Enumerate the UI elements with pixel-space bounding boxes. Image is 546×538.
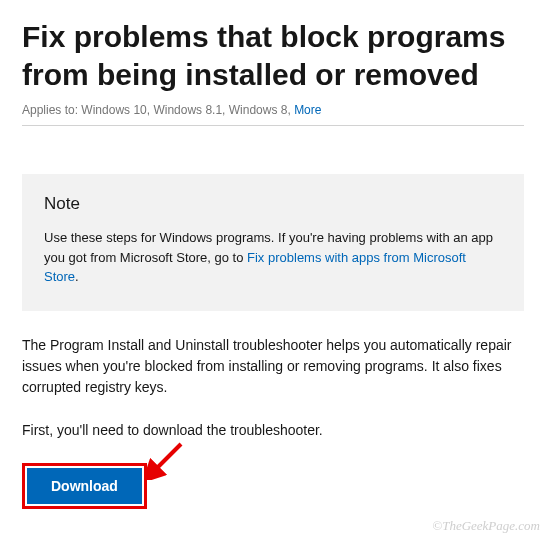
instruction-paragraph: First, you'll need to download the troub… bbox=[22, 420, 524, 441]
applies-to-row: Applies to: Windows 10, Windows 8.1, Win… bbox=[22, 103, 524, 126]
download-highlight-box: Download bbox=[22, 463, 147, 509]
annotation-arrow-icon bbox=[145, 440, 185, 480]
applies-to-text: Applies to: Windows 10, Windows 8.1, Win… bbox=[22, 103, 294, 117]
watermark: ©TheGeekPage.com bbox=[432, 518, 540, 534]
description-paragraph: The Program Install and Uninstall troubl… bbox=[22, 335, 524, 398]
note-heading: Note bbox=[44, 194, 502, 214]
note-box: Note Use these steps for Windows program… bbox=[22, 174, 524, 311]
note-text: Use these steps for Windows programs. If… bbox=[44, 228, 502, 287]
more-link[interactable]: More bbox=[294, 103, 321, 117]
download-button[interactable]: Download bbox=[27, 468, 142, 504]
note-tail: . bbox=[75, 269, 79, 284]
svg-line-0 bbox=[153, 444, 181, 472]
page-title: Fix problems that block programs from be… bbox=[22, 18, 524, 93]
